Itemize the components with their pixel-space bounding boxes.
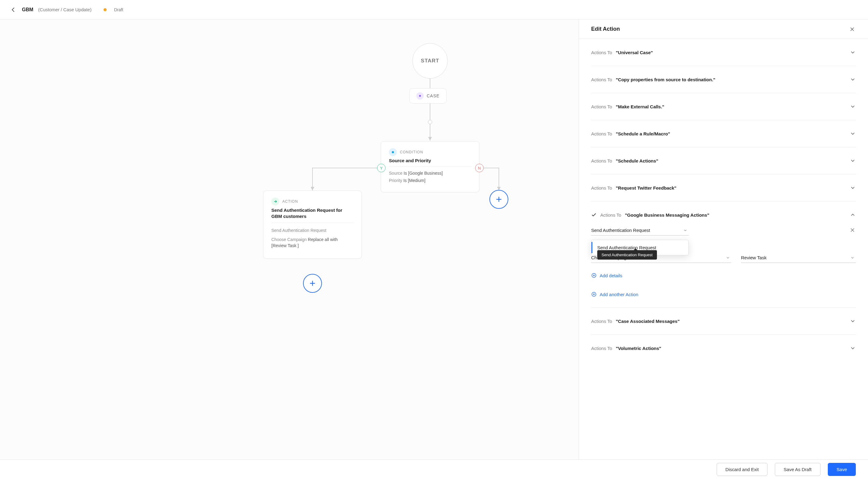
action-type-select[interactable]: Send Authentication Request: [591, 225, 689, 236]
action-group-prefix: Actions To: [591, 50, 612, 55]
status-badge: Draft: [114, 7, 123, 12]
action-group-target: "Schedule a Rule/Macro": [616, 131, 670, 136]
chevron-down-icon: [850, 158, 856, 164]
action-group: Actions To "Volumetric Actions": [591, 335, 856, 362]
add-node-button-left[interactable]: [303, 274, 322, 293]
action-group-target: "Copy properties from source to destinat…: [616, 77, 715, 82]
edit-action-panel: Edit Action Actions To "Universal Case": [579, 20, 868, 459]
action-group-toggle[interactable]: Actions To "Schedule a Rule/Macro": [591, 131, 856, 137]
case-node[interactable]: CASE: [409, 88, 446, 103]
action-group-toggle[interactable]: Actions To "Volumetric Actions": [591, 345, 856, 351]
panel-title: Edit Action: [591, 26, 620, 32]
chevron-down-icon: [850, 103, 856, 109]
branch-no-label: N: [475, 164, 484, 172]
plus-circle-icon: [591, 292, 597, 297]
svg-point-6: [419, 95, 421, 97]
action-group: Actions To "Copy properties from source …: [591, 66, 856, 93]
action-group-target: "Case Associated Messages": [616, 319, 680, 324]
page-title: GBM: [22, 7, 33, 12]
action-group: Actions To "Case Associated Messages": [591, 308, 856, 335]
review-task-select[interactable]: Review Task: [741, 252, 856, 263]
chevron-down-icon: [683, 228, 687, 233]
page-header: GBM (Customer / Case Update) Draft: [0, 0, 868, 20]
action-group: Actions To "Request Twitter Feedback": [591, 174, 856, 201]
action-node[interactable]: ACTION Send Authentication Request for G…: [263, 191, 362, 259]
action-group-toggle[interactable]: Actions To "Universal Case": [591, 49, 856, 56]
action-line-1: Send Authentication Request: [271, 227, 353, 233]
action-group-prefix: Actions To: [591, 185, 612, 191]
chevron-up-icon: [850, 212, 856, 218]
check-icon: [591, 212, 597, 217]
chevron-down-icon: [850, 131, 856, 137]
add-node-button-right[interactable]: [490, 190, 508, 209]
action-group-target: "Google Business Messaging Actions": [625, 212, 709, 217]
close-panel-button[interactable]: [848, 26, 856, 33]
action-type-select-value: Send Authentication Request: [591, 228, 650, 233]
action-type-label: ACTION: [282, 199, 298, 204]
branch-yes-label: Y: [377, 164, 385, 172]
panel-header: Edit Action: [579, 20, 868, 39]
action-group-prefix: Actions To: [591, 346, 612, 351]
chevron-down-icon: [850, 318, 856, 324]
action-group-prefix: Actions To: [591, 77, 612, 82]
action-group-toggle[interactable]: Actions To "Case Associated Messages": [591, 318, 856, 324]
action-group-toggle[interactable]: Actions To "Schedule Actions": [591, 158, 856, 164]
action-group-prefix: Actions To: [591, 104, 612, 109]
chevron-down-icon: [850, 49, 856, 56]
condition-title: Source and Priority: [389, 158, 471, 167]
action-group-target: "Universal Case": [616, 50, 653, 55]
action-group-toggle[interactable]: Actions To "Google Business Messaging Ac…: [591, 212, 856, 218]
action-group-prefix: Actions To: [591, 319, 612, 324]
condition-rule-2: Priority Is [Medium]: [389, 178, 471, 183]
chevron-down-icon: [850, 255, 855, 260]
condition-node[interactable]: CONDITION Source and Priority Source Is …: [381, 141, 479, 192]
flow-canvas[interactable]: START CASE CONDITION Source and Priority…: [0, 20, 579, 459]
action-title: Send Authentication Request for GBM cust…: [271, 207, 353, 223]
action-group-target: "Request Twitter Feedback": [616, 185, 676, 191]
tooltip: Send Authentication Request: [597, 250, 657, 260]
connector-dot-icon: [428, 120, 432, 124]
svg-marker-3: [311, 187, 314, 191]
action-group-toggle[interactable]: Actions To "Make External Calls.": [591, 103, 856, 109]
add-another-action-button[interactable]: Add another Action: [591, 292, 856, 297]
breadcrumb: (Customer / Case Update): [38, 7, 91, 12]
add-another-action-label: Add another Action: [600, 292, 638, 297]
action-header: ACTION: [271, 198, 353, 205]
case-label: CASE: [427, 94, 439, 98]
back-button[interactable]: [10, 6, 17, 13]
action-group-target: "Make External Calls.": [616, 104, 664, 109]
chevron-down-icon: [850, 76, 856, 82]
save-as-draft-button[interactable]: Save As Draft: [775, 463, 820, 476]
action-group-prefix: Actions To: [591, 131, 612, 136]
panel-body[interactable]: Actions To "Universal Case" Actions To "…: [579, 39, 868, 459]
svg-marker-2: [428, 137, 432, 141]
status-dot-icon: [103, 8, 106, 11]
action-group-content: Send Authentication Request Send Authent…: [591, 218, 856, 297]
action-select-row: Send Authentication Request Send Authent…: [591, 225, 856, 236]
chevron-down-icon: [850, 345, 856, 351]
action-line-2: Choose Campaign Replace all with [Review…: [271, 236, 353, 249]
action-group-prefix: Actions To: [591, 158, 612, 163]
chevron-down-icon: [850, 185, 856, 191]
remove-action-button[interactable]: [850, 227, 856, 233]
add-details-label: Add details: [600, 273, 622, 278]
action-icon: [271, 198, 279, 205]
case-icon: [416, 92, 424, 100]
plus-circle-icon: [591, 273, 597, 278]
condition-rule-1: Source Is [Google Business]: [389, 171, 471, 176]
action-group-target: "Schedule Actions": [616, 158, 658, 163]
action-group-toggle[interactable]: Actions To "Request Twitter Feedback": [591, 185, 856, 191]
save-button[interactable]: Save: [828, 463, 856, 476]
action-group-prefix: Actions To: [600, 212, 621, 217]
discard-button[interactable]: Discard and Exit: [717, 463, 768, 476]
condition-type-label: CONDITION: [400, 150, 423, 154]
review-task-select-value: Review Task: [741, 255, 767, 260]
chevron-down-icon: [726, 255, 730, 260]
add-details-button[interactable]: Add details: [591, 273, 856, 278]
action-group: Actions To "Schedule Actions": [591, 147, 856, 174]
action-group-toggle[interactable]: Actions To "Copy properties from source …: [591, 76, 856, 82]
condition-icon: [389, 148, 397, 156]
start-node[interactable]: START: [412, 43, 448, 78]
condition-header: CONDITION: [389, 148, 471, 156]
action-group-expanded: Actions To "Google Business Messaging Ac…: [591, 201, 856, 308]
